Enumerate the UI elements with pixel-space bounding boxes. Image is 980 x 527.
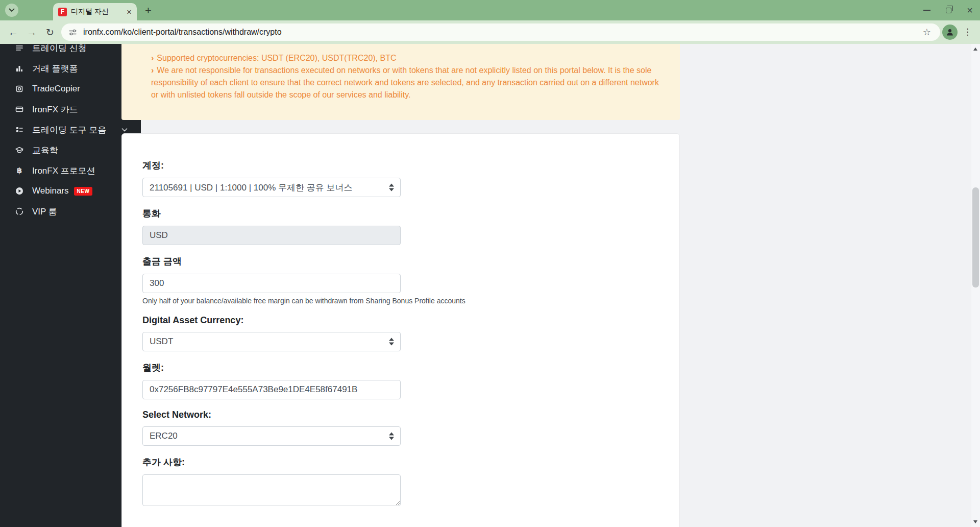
new-tab-button[interactable]: +: [145, 4, 152, 17]
sidebar-item-vip-room[interactable]: VIP 룸: [0, 201, 141, 222]
currency-label: 통화: [142, 207, 659, 220]
sidebar-item-ironfx-promotions[interactable]: ฿ IronFX 프로모션: [0, 160, 141, 181]
back-button[interactable]: ←: [4, 27, 22, 38]
bullet-icon: ›: [151, 66, 154, 75]
ironfx-favicon-icon: F: [58, 8, 67, 16]
notice-line-disclaimer: ›We are not responsible for transactions…: [151, 64, 667, 101]
network-select[interactable]: ERC20: [142, 426, 401, 446]
bookmark-star-icon[interactable]: ☆: [923, 27, 931, 38]
play-icon: [14, 186, 24, 196]
additional-notes-label: 추가 사항:: [142, 456, 659, 468]
currency-field: [142, 226, 401, 245]
vip-ring-icon: [14, 207, 24, 216]
tab-title: 디지털 자산: [71, 7, 122, 16]
sidebar-item-tradecopier[interactable]: TradeCopier: [0, 79, 141, 99]
education-icon: [14, 146, 24, 155]
tab-close-icon[interactable]: ×: [127, 8, 132, 16]
tools-icon: [14, 125, 24, 134]
reload-button[interactable]: ↻: [41, 27, 59, 38]
url-bar[interactable]: ironfx.com/ko/client-portal/transactions…: [61, 23, 940, 41]
bullet-icon: ›: [151, 54, 154, 62]
window-minimize-button[interactable]: [923, 10, 930, 11]
bitcoin-icon: ฿: [14, 166, 24, 175]
profile-avatar[interactable]: [942, 25, 958, 40]
scroll-up-icon[interactable]: [973, 47, 977, 51]
list-icon: [14, 44, 24, 53]
url-text[interactable]: ironfx.com/ko/client-portal/transactions…: [83, 28, 923, 37]
sidebar-item-ironfx-card[interactable]: IronFX 카드: [0, 99, 141, 119]
person-icon: [945, 28, 954, 37]
browser-toolbar: ← → ↻ ironfx.com/ko/client-portal/transa…: [0, 20, 980, 44]
chevron-down-icon: [121, 128, 128, 132]
browser-tab-strip: F 디지털 자산 × + ×: [0, 0, 980, 20]
site-info-icon[interactable]: [68, 28, 77, 37]
scrollbar-thumb[interactable]: [972, 187, 979, 288]
crypto-withdrawal-notice: ›Supported cryptocurrencies: USDT (ERC20…: [121, 44, 680, 120]
sidebar-item-trading-platforms[interactable]: 거래 플랫폼: [0, 58, 141, 79]
browser-menu-icon[interactable]: ⋮: [963, 27, 972, 37]
page-content: 트레이딩 신청 거래 플랫폼 TradeCopier: [0, 44, 980, 527]
sidebar-item-webinars[interactable]: Webinars NEW: [0, 181, 141, 201]
select-arrows-icon: [389, 338, 394, 346]
select-arrows-icon: [389, 433, 394, 440]
window-restore-button[interactable]: [946, 8, 951, 13]
wallet-address-field[interactable]: [142, 380, 401, 399]
sidebar-item-education[interactable]: 교육학: [0, 140, 141, 160]
digital-asset-currency-select[interactable]: USDT: [142, 332, 401, 351]
window-close-button[interactable]: ×: [967, 5, 973, 15]
select-arrows-icon: [389, 184, 394, 191]
credit-card-icon: [14, 105, 24, 114]
select-network-label: Select Network:: [142, 410, 659, 420]
new-badge: NEW: [74, 187, 93, 196]
wallet-label: 월렛:: [142, 362, 659, 374]
sidebar-item-trading-tools[interactable]: 트레이딩 도구 모음: [0, 119, 141, 140]
scroll-down-icon[interactable]: [973, 520, 977, 523]
withdrawal-form-card: 계정: 21105691 | USD | 1:1000 | 100% 무제한 공…: [121, 133, 680, 527]
amount-label: 출금 금액: [142, 255, 659, 268]
copy-icon: [14, 84, 24, 93]
notice-line-supported: ›Supported cryptocurrencies: USDT (ERC20…: [151, 52, 667, 64]
page-scrollbar[interactable]: [971, 44, 980, 527]
account-select[interactable]: 21105691 | USD | 1:1000 | 100% 무제한 공유 보너…: [142, 178, 401, 197]
tab-search-button[interactable]: [5, 4, 18, 17]
account-label: 계정:: [142, 159, 659, 172]
chevron-down-icon: [9, 8, 15, 12]
bar-chart-icon: [14, 64, 24, 73]
amount-field[interactable]: [142, 274, 401, 293]
sidebar-item-trading-application[interactable]: 트레이딩 신청: [0, 44, 141, 58]
additional-notes-field[interactable]: [142, 474, 401, 506]
amount-helper-text: Only half of your balance/available free…: [142, 297, 659, 305]
digital-asset-currency-label: Digital Asset Currency:: [142, 315, 659, 326]
forward-button[interactable]: →: [22, 27, 41, 38]
sidebar: 트레이딩 신청 거래 플랫폼 TradeCopier: [0, 44, 141, 527]
browser-tab[interactable]: F 디지털 자산 ×: [53, 3, 137, 20]
